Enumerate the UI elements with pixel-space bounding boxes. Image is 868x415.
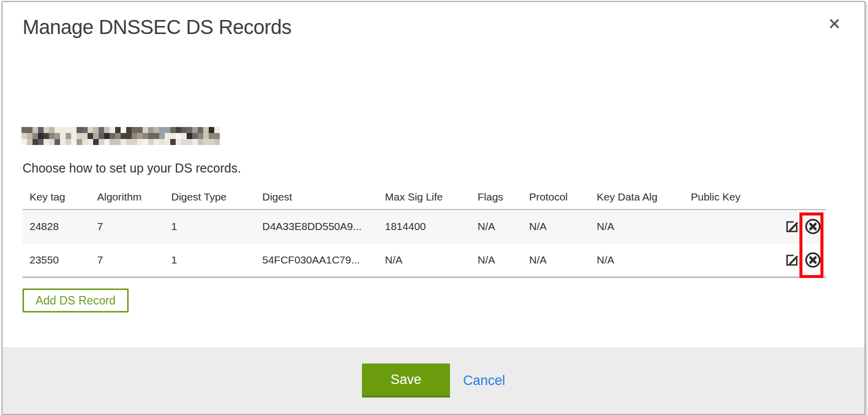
redaction-pixel <box>110 139 115 145</box>
edit-record-button[interactable] <box>783 251 801 269</box>
col-header-key-tag: Key tag <box>23 185 90 210</box>
delete-record-button[interactable] <box>804 218 822 236</box>
cell-digest-type: 1 <box>164 210 255 244</box>
redaction-pixel <box>170 133 176 139</box>
col-header-max-sig-life: Max Sig Life <box>378 185 471 210</box>
redaction-pixel <box>71 133 77 139</box>
redaction-pixel <box>143 133 148 139</box>
redaction-pixel <box>126 127 132 133</box>
redaction-pixel <box>38 139 44 145</box>
delete-record-button[interactable] <box>804 251 822 269</box>
redaction-pixel <box>93 133 99 139</box>
redaction-pixel <box>60 133 66 139</box>
redaction-pixel <box>154 133 159 139</box>
redaction-pixel <box>49 133 55 139</box>
redaction-pixel <box>66 139 71 145</box>
delete-icon <box>804 218 821 235</box>
redaction-pixel <box>181 133 187 139</box>
redaction-pixel <box>214 139 220 145</box>
ds-records-table: Key tag Algorithm Digest Type Digest Max… <box>23 185 826 278</box>
edit-record-button[interactable] <box>783 218 801 236</box>
redaction-pixel <box>115 127 121 133</box>
redaction-pixel <box>55 133 60 139</box>
redaction-pixel <box>110 133 115 139</box>
redaction-pixel <box>209 127 214 133</box>
cell-max-sig-life: N/A <box>378 244 471 278</box>
redaction-pixel <box>99 139 104 145</box>
redaction-pixel <box>203 139 209 145</box>
redaction-pixel <box>27 139 33 145</box>
col-header-digest: Digest <box>255 185 378 210</box>
redaction-pixel <box>99 127 104 133</box>
table-row: 23550 7 1 54FCF030AA1C79... N/A N/A N/A … <box>23 244 826 278</box>
redaction-pixel <box>44 139 49 145</box>
cell-key-data-alg: N/A <box>590 244 684 278</box>
redaction-pixel <box>104 127 110 133</box>
cell-key-tag: 23550 <box>23 244 90 278</box>
redaction-pixel <box>176 133 181 139</box>
redaction-pixel <box>165 127 170 133</box>
redaction-pixel <box>143 139 148 145</box>
redaction-pixel <box>22 133 27 139</box>
redaction-pixel <box>55 127 60 133</box>
edit-icon <box>783 252 800 268</box>
redaction-pixel <box>214 127 220 133</box>
redaction-pixel <box>165 133 170 139</box>
redaction-pixel <box>22 127 27 133</box>
redaction-pixel <box>38 127 44 133</box>
col-header-digest-type: Digest Type <box>164 185 255 210</box>
delete-icon <box>804 252 821 268</box>
redaction-pixel <box>154 139 159 145</box>
redaction-pixel <box>187 127 192 133</box>
redaction-pixel <box>88 127 93 133</box>
redaction-pixel <box>137 139 143 145</box>
ds-records-instruction-text: Choose how to set up your DS records. <box>23 161 241 176</box>
col-header-flags: Flags <box>471 185 522 210</box>
redaction-pixel <box>148 139 154 145</box>
redaction-pixel <box>33 127 38 133</box>
cell-actions <box>768 210 826 244</box>
cell-flags: N/A <box>471 244 522 278</box>
redaction-pixel <box>148 127 154 133</box>
redaction-pixel <box>170 139 176 145</box>
cell-flags: N/A <box>471 210 522 244</box>
redaction-pixel <box>214 133 220 139</box>
table-row: 24828 7 1 D4A33E8DD550A9... 1814400 N/A … <box>23 210 826 244</box>
redaction-pixel <box>132 127 137 133</box>
redaction-pixel <box>60 127 66 133</box>
save-button[interactable]: Save <box>362 364 450 398</box>
redaction-pixel <box>132 133 137 139</box>
redaction-pixel <box>49 139 55 145</box>
close-icon[interactable]: ✕ <box>823 13 845 35</box>
redaction-pixel <box>88 139 93 145</box>
redaction-pixel <box>192 127 198 133</box>
cancel-link[interactable]: Cancel <box>463 373 505 388</box>
add-ds-record-button[interactable]: Add DS Record <box>23 288 129 312</box>
redaction-pixel <box>38 133 44 139</box>
redaction-pixel <box>66 127 71 133</box>
redaction-pixel <box>82 127 88 133</box>
redaction-pixel <box>159 133 165 139</box>
redaction-pixel <box>198 133 203 139</box>
cell-digest: 54FCF030AA1C79... <box>255 244 378 278</box>
cell-actions <box>768 244 826 278</box>
redaction-pixel <box>44 127 49 133</box>
cell-max-sig-life: 1814400 <box>378 210 471 244</box>
redaction-pixel <box>93 127 99 133</box>
redaction-pixel <box>44 133 49 139</box>
redaction-pixel <box>77 127 82 133</box>
redaction-pixel <box>132 139 137 145</box>
cell-protocol: N/A <box>522 210 590 244</box>
redaction-pixel <box>121 127 126 133</box>
redaction-pixel <box>187 139 192 145</box>
redaction-pixel <box>126 139 132 145</box>
cell-public-key <box>684 244 768 278</box>
redaction-pixel <box>203 127 209 133</box>
cell-public-key <box>684 210 768 244</box>
redaction-pixel <box>137 133 143 139</box>
redaction-pixel <box>137 127 143 133</box>
redaction-pixel <box>203 133 209 139</box>
dialog-footer: Save Cancel <box>3 347 864 414</box>
manage-dnssec-ds-records-dialog: Manage DNSSEC DS Records ✕ Choose how to… <box>2 1 865 415</box>
cell-key-data-alg: N/A <box>590 210 684 244</box>
